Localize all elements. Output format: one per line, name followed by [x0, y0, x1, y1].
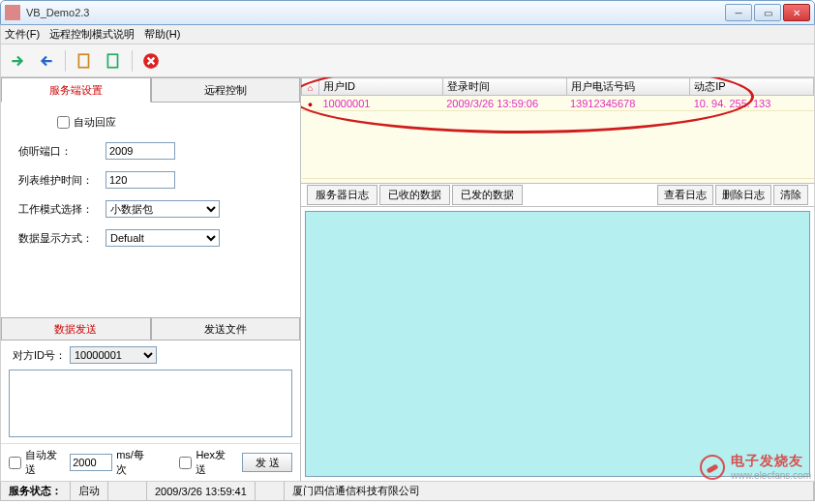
- grid-header-icon[interactable]: ⌂: [302, 78, 319, 96]
- log-tab-row: 服务器日志 已收的数据 已发的数据 查看日志 删除日志 清除: [301, 184, 814, 207]
- table-row[interactable]: ● 10000001 2009/3/26 13:59:06 1391234567…: [302, 96, 814, 111]
- svg-rect-0: [78, 54, 88, 68]
- doc2-button[interactable]: [103, 50, 124, 72]
- watermark-logo-icon: [700, 455, 725, 480]
- menu-remote-doc[interactable]: 远程控制模式说明: [49, 27, 135, 42]
- row-status-icon: ●: [308, 100, 313, 109]
- row-time: 2009/3/26 13:59:06: [442, 96, 566, 111]
- watermark-brand: 电子发烧友: [731, 453, 811, 470]
- hex-send-label: Hex发送: [196, 448, 234, 477]
- status-company: 厦门四信通信科技有限公司: [285, 482, 814, 500]
- row-id: 10000001: [319, 96, 443, 111]
- stop-button[interactable]: [140, 50, 162, 72]
- auto-reply-label: 自动回应: [74, 115, 116, 130]
- watermark: 电子发烧友 www.elecfans.com: [700, 453, 811, 481]
- server-settings-panel: 自动回应 侦听端口： 列表维护时间： 工作模式选择： 小数据包 数据显示方式： …: [1, 103, 300, 267]
- delete-log-button[interactable]: 删除日志: [715, 185, 771, 205]
- log-textarea[interactable]: [305, 211, 810, 477]
- list-maint-input[interactable]: [106, 171, 175, 189]
- tab-data-send[interactable]: 数据发送: [1, 317, 151, 341]
- tab-received-data[interactable]: 已收的数据: [379, 185, 450, 205]
- statusbar: 服务状态： 启动 2009/3/26 13:59:41 厦门四信通信科技有限公司: [0, 482, 815, 501]
- watermark-url: www.elecfans.com: [731, 470, 811, 481]
- clear-button[interactable]: 清除: [773, 185, 808, 205]
- auto-send-checkbox[interactable]: [9, 457, 21, 469]
- send-button[interactable]: 发 送: [242, 453, 292, 472]
- menu-file[interactable]: 文件(F): [5, 27, 40, 42]
- grid-header-time[interactable]: 登录时间: [442, 78, 566, 96]
- minimize-button[interactable]: ─: [725, 4, 752, 21]
- grid-header-ip[interactable]: 动态IP: [690, 78, 814, 96]
- svg-rect-1: [107, 54, 117, 68]
- tab-sent-data[interactable]: 已发的数据: [452, 185, 523, 205]
- listen-port-input[interactable]: [106, 142, 175, 160]
- list-maint-label: 列表维护时间：: [18, 173, 106, 188]
- titlebar: VB_Demo2.3 ─ ▭ ✕: [0, 0, 815, 25]
- work-mode-label: 工作模式选择：: [18, 202, 106, 217]
- target-id-label: 对方ID号：: [13, 348, 66, 363]
- close-button[interactable]: ✕: [783, 4, 810, 21]
- grid-header-id[interactable]: 用户ID: [319, 78, 443, 96]
- interval-input[interactable]: [70, 454, 112, 471]
- window-title: VB_Demo2.3: [26, 7, 725, 18]
- status-datetime: 2009/3/26 13:59:41: [147, 482, 256, 500]
- tab-server-log[interactable]: 服务器日志: [307, 185, 377, 205]
- message-textarea[interactable]: [9, 370, 292, 437]
- view-log-button[interactable]: 查看日志: [657, 185, 713, 205]
- target-id-select[interactable]: 10000001: [70, 346, 157, 364]
- back-button[interactable]: [36, 50, 57, 72]
- row-ip: 10. 94. 255. 133: [690, 96, 814, 111]
- display-mode-select[interactable]: Defualt: [106, 229, 220, 247]
- menubar: 文件(F) 远程控制模式说明 帮助(H): [0, 25, 815, 44]
- maximize-button[interactable]: ▭: [754, 4, 781, 21]
- work-mode-select[interactable]: 小数据包: [106, 200, 220, 218]
- hex-send-checkbox[interactable]: [179, 457, 192, 469]
- status-state: 启动: [71, 482, 108, 500]
- grid-header-phone[interactable]: 用户电话号码: [566, 78, 690, 96]
- listen-port-label: 侦听端口：: [18, 144, 106, 159]
- status-label: 服务状态：: [1, 482, 71, 500]
- forward-button[interactable]: [7, 50, 28, 72]
- tab-server-settings[interactable]: 服务端设置: [1, 77, 151, 103]
- row-phone: 13912345678: [566, 96, 690, 111]
- app-icon: [5, 5, 20, 20]
- doc1-button[interactable]: [74, 50, 95, 72]
- auto-reply-checkbox[interactable]: [57, 116, 70, 129]
- right-panel: ⌂ 用户ID 登录时间 用户电话号码 动态IP ● 10000001 2009/…: [301, 77, 814, 481]
- auto-send-label: 自动发送: [25, 448, 66, 477]
- tab-remote-control[interactable]: 远程控制: [151, 77, 301, 103]
- toolbar: [0, 44, 815, 77]
- left-panel: 服务端设置 远程控制 自动回应 侦听端口： 列表维护时间： 工作模式选择： 小数…: [1, 77, 301, 481]
- interval-unit: ms/每次: [116, 448, 153, 477]
- menu-help[interactable]: 帮助(H): [144, 27, 180, 42]
- client-grid[interactable]: ⌂ 用户ID 登录时间 用户电话号码 动态IP ● 10000001 2009/…: [301, 77, 814, 184]
- tab-file-send[interactable]: 发送文件: [151, 317, 301, 341]
- display-mode-label: 数据显示方式：: [18, 231, 106, 246]
